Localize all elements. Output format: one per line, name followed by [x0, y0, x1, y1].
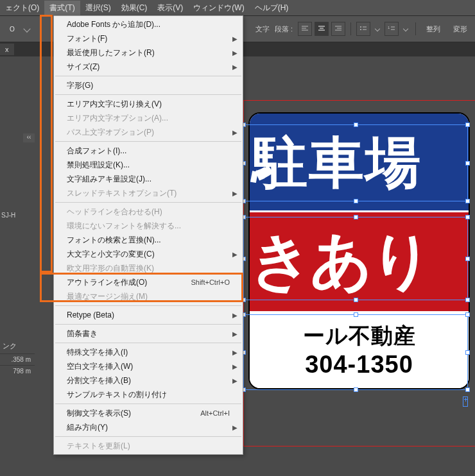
menu-item: エリア内文字オプション(A)... — [54, 111, 243, 125]
menu-item[interactable]: 合成フォント(I)... — [54, 144, 243, 158]
align-left-btn[interactable] — [298, 22, 312, 36]
svg-point-9 — [360, 26, 361, 28]
menu-separator — [55, 141, 241, 142]
menu-separator — [55, 404, 241, 404]
menu-separator — [55, 324, 241, 325]
menu-item[interactable]: 最近使用したフォント(R)▶ — [54, 46, 243, 60]
submenu-arrow-icon: ▶ — [232, 190, 238, 197]
submenu-arrow-icon: ▶ — [232, 251, 238, 258]
menu-item: テキストを更新(L) — [54, 439, 243, 453]
list-number-btn[interactable]: 1 — [384, 22, 399, 36]
menu-item: 最適なマージン揃え(M) — [54, 289, 243, 303]
char-panel-btn[interactable]: O — [5, 22, 19, 36]
width-field[interactable]: .358 m — [0, 353, 35, 365]
menu-separator — [55, 436, 241, 437]
submenu-arrow-icon: ▶ — [232, 330, 238, 337]
menu-item[interactable]: エリア内文字に切り換え(V) — [54, 97, 243, 111]
menu-item[interactable]: サイズ(Z)▶ — [54, 60, 243, 74]
menu-type[interactable]: 書式(T) — [44, 1, 80, 15]
separator — [415, 22, 416, 35]
tab-close[interactable]: x — [5, 46, 9, 53]
para-label: 段落 : — [275, 24, 293, 34]
menu-item[interactable]: Adobe Fonts から追加(D)... — [54, 17, 243, 31]
align-center-btn[interactable] — [315, 22, 329, 36]
menu-item: スレッドテキストオプション(T)▶ — [54, 186, 243, 200]
submenu-arrow-icon: ▶ — [232, 64, 238, 71]
menu-item[interactable]: フォントの検索と置換(N)... — [54, 233, 243, 247]
menu-select[interactable]: 選択(S) — [80, 1, 116, 15]
chevron-down-icon[interactable] — [403, 26, 408, 31]
align-right-btn[interactable] — [331, 22, 345, 36]
type-menu-dropdown: Adobe Fonts から追加(D)...フォント(F)▶最近使用したフォント… — [53, 15, 243, 455]
menu-effect[interactable]: 効果(C) — [116, 1, 153, 15]
submenu-arrow-icon: ▶ — [232, 363, 238, 370]
selection-box[interactable] — [243, 124, 468, 201]
submenu-arrow-icon: ▶ — [232, 129, 238, 136]
menu-item[interactable]: 分割文字を挿入(B)▶ — [54, 373, 243, 387]
menu-item[interactable]: 文字組みアキ量設定(J)... — [54, 172, 243, 186]
canvas[interactable]: 駐車場 きあり ール不動産 304-1350 — [243, 95, 475, 451]
menu-item: 環境にないフォントを解決する... — [54, 219, 243, 233]
svg-text:1: 1 — [388, 26, 390, 30]
shortcut-label: Alt+Ctrl+I — [200, 409, 230, 417]
menu-item[interactable]: サンプルテキストの割り付け — [54, 387, 243, 402]
menu-item[interactable]: フォント(F)▶ — [54, 31, 243, 46]
list-bullet-btn[interactable] — [356, 22, 370, 36]
side-panel: ンク .358 m 798 m — [0, 339, 35, 377]
document-tab[interactable]: x — [0, 44, 14, 55]
menu-item: 欧文用字形の自動置換(K) — [54, 261, 243, 275]
submenu-arrow-icon: ▶ — [232, 35, 238, 42]
menubar: ェクト(O) 書式(T) 選択(S) 効果(C) 表示(V) ウィンドウ(W) … — [0, 0, 475, 15]
menu-separator — [55, 94, 241, 95]
menu-separator — [55, 305, 241, 306]
menu-item[interactable]: 特殊文字を挿入(I)▶ — [54, 345, 243, 359]
menu-item[interactable]: 箇条書き▶ — [54, 327, 243, 341]
menu-object[interactable]: ェクト(O) — [0, 1, 44, 15]
menu-item: ヘッドラインを合わせる(H) — [54, 205, 243, 219]
menu-item: パス上文字オプション(P)▶ — [54, 125, 243, 139]
menu-item[interactable]: 空白文字を挿入(W)▶ — [54, 359, 243, 373]
separator — [350, 22, 351, 35]
menu-separator — [55, 343, 241, 343]
menu-item[interactable]: 禁則処理設定(K)... — [54, 158, 243, 172]
submenu-arrow-icon: ▶ — [232, 424, 238, 431]
overflow-indicator[interactable] — [463, 396, 468, 407]
menu-separator — [55, 202, 241, 203]
submenu-arrow-icon: ▶ — [232, 349, 238, 356]
menu-separator — [55, 76, 241, 76]
link-panel-label[interactable]: ンク — [0, 339, 35, 353]
menu-item[interactable]: Retype (Beta)▶ — [54, 308, 243, 322]
chevron-down-icon — [23, 25, 30, 32]
submenu-arrow-icon: ▶ — [232, 377, 238, 384]
menu-item[interactable]: 大文字と小文字の変更(C)▶ — [54, 247, 243, 261]
submenu-arrow-icon: ▶ — [232, 312, 238, 319]
transform-panel-btn[interactable]: 変形 — [448, 22, 472, 36]
menu-item[interactable]: 制御文字を表示(S)Alt+Ctrl+I — [54, 406, 243, 420]
panel-collapse[interactable]: ‹‹ — [23, 133, 35, 142]
selection-box[interactable] — [243, 314, 468, 390]
menu-help[interactable]: ヘルプ(H) — [250, 1, 294, 15]
panel-text: SJ-H — [1, 212, 15, 219]
submenu-arrow-icon: ▶ — [232, 49, 238, 56]
text-label: 文字 — [255, 24, 270, 34]
shortcut-label: Shift+Ctrl+O — [191, 278, 230, 286]
selection-box[interactable] — [243, 217, 468, 300]
svg-point-11 — [360, 29, 361, 30]
menu-view[interactable]: 表示(V) — [152, 1, 188, 15]
menu-item[interactable]: 字形(G) — [54, 78, 243, 92]
chevron-down-icon[interactable] — [375, 26, 380, 31]
height-field[interactable]: 798 m — [0, 365, 35, 377]
menu-item[interactable]: アウトラインを作成(O)Shift+Ctrl+O — [54, 275, 243, 289]
menu-item[interactable]: 組み方向(Y)▶ — [54, 420, 243, 434]
align-panel-btn[interactable]: 整列 — [421, 22, 445, 36]
menu-window[interactable]: ウィンドウ(W) — [188, 1, 249, 15]
